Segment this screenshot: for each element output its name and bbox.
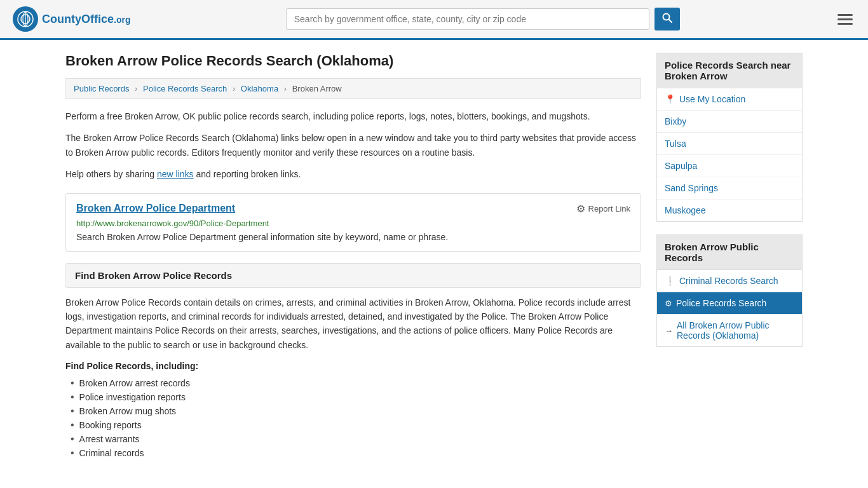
arrow-icon: →	[665, 326, 673, 336]
find-records-body: Broken Arrow Police Records contain deta…	[65, 295, 641, 353]
sidebar-item-sapulpa[interactable]: Sapulpa	[657, 155, 802, 177]
main-content: Broken Arrow Police Records Search (Okla…	[65, 53, 641, 460]
site-header: CountyOffice.org	[0, 0, 868, 40]
tulsa-link[interactable]: Tulsa	[665, 139, 686, 149]
nearby-list: 📍 Use My Location Bixby Tulsa Sapulpa Sa…	[656, 88, 803, 222]
police-dept-desc: Search Broken Arrow Police Department ge…	[76, 232, 630, 242]
menu-button[interactable]	[835, 11, 855, 27]
police-dept-card: Broken Arrow Police Department ⚙ Report …	[65, 193, 641, 252]
breadcrumb: Public Records › Police Records Search ›…	[65, 78, 641, 99]
location-icon: 📍	[665, 94, 675, 104]
sidebar-item-bixby[interactable]: Bixby	[657, 111, 802, 133]
sidebar-item-muskogee[interactable]: Muskogee	[657, 200, 802, 221]
sidebar: Police Records Search near Broken Arrow …	[656, 53, 803, 460]
police-dept-link[interactable]: Broken Arrow Police Department	[76, 203, 235, 214]
page-container: Broken Arrow Police Records Search (Okla…	[53, 40, 815, 473]
nearby-section-title: Police Records Search near Broken Arrow	[656, 53, 803, 88]
breadcrumb-link-public-records[interactable]: Public Records	[74, 84, 129, 93]
new-links-link[interactable]: new links	[157, 169, 194, 179]
find-including-label: Find Police Records, including:	[65, 361, 641, 371]
find-records-section-header: Find Broken Arrow Police Records	[65, 263, 641, 288]
police-dept-url: http://www.brokenarrowok.gov/90/Police-D…	[76, 219, 630, 228]
sidebar-all-public-records[interactable]: → All Broken Arrow Public Records (Oklah…	[657, 315, 802, 346]
nearby-section: Police Records Search near Broken Arrow …	[656, 53, 803, 222]
sapulpa-link[interactable]: Sapulpa	[665, 161, 697, 171]
intro-paragraph-1: Perform a free Broken Arrow, OK public p…	[65, 109, 641, 123]
report-icon: ⚙	[576, 203, 585, 215]
criminal-records-link[interactable]: Criminal Records Search	[679, 276, 778, 286]
page-title: Broken Arrow Police Records Search (Okla…	[65, 53, 641, 69]
logo-icon	[13, 6, 38, 32]
logo-text: CountyOffice.org	[42, 13, 130, 26]
report-link-button[interactable]: ⚙ Report Link	[576, 203, 630, 215]
breadcrumb-link-oklahoma[interactable]: Oklahoma	[241, 84, 278, 93]
list-item: Broken Arrow mug shots	[71, 404, 641, 418]
svg-line-5	[668, 20, 672, 23]
sidebar-criminal-records[interactable]: ❕ Criminal Records Search	[657, 270, 802, 292]
muskogee-link[interactable]: Muskogee	[665, 205, 706, 215]
search-button[interactable]	[654, 8, 680, 30]
list-item: Booking reports	[71, 418, 641, 432]
sand-springs-link[interactable]: Sand Springs	[665, 183, 718, 193]
sidebar-item-tulsa[interactable]: Tulsa	[657, 133, 802, 155]
list-item: Arrest warrants	[71, 432, 641, 446]
list-item: Broken Arrow arrest records	[71, 376, 641, 390]
search-area	[286, 8, 680, 30]
search-input[interactable]	[286, 8, 649, 30]
exclaim-icon: ❕	[665, 276, 675, 286]
gear-icon: ⚙	[665, 299, 672, 308]
use-location-link[interactable]: Use My Location	[679, 94, 745, 104]
public-records-section-title: Broken Arrow Public Records	[656, 234, 803, 270]
logo-area: CountyOffice.org	[13, 6, 130, 32]
breadcrumb-current: Broken Arrow	[292, 84, 342, 93]
public-records-list: ❕ Criminal Records Search ⚙ Police Recor…	[656, 270, 803, 347]
record-list: Broken Arrow arrest recordsPolice invest…	[65, 376, 641, 460]
list-item: Police investigation reports	[71, 390, 641, 404]
police-records-link[interactable]: Police Records Search	[676, 298, 766, 308]
breadcrumb-link-police-records[interactable]: Police Records Search	[143, 84, 227, 93]
list-item: Criminal records	[71, 446, 641, 460]
intro-paragraph-3: Help others by sharing new links and rep…	[65, 167, 641, 181]
intro-paragraph-2: The Broken Arrow Police Records Search (…	[65, 131, 641, 159]
sidebar-item-sand-springs[interactable]: Sand Springs	[657, 177, 802, 200]
sidebar-use-location[interactable]: 📍 Use My Location	[657, 88, 802, 111]
bixby-link[interactable]: Bixby	[665, 116, 686, 126]
public-records-section: Broken Arrow Public Records ❕ Criminal R…	[656, 234, 803, 347]
all-public-records-link[interactable]: All Broken Arrow Public Records (Oklahom…	[677, 320, 794, 341]
sidebar-police-records[interactable]: ⚙ Police Records Search	[657, 292, 802, 315]
